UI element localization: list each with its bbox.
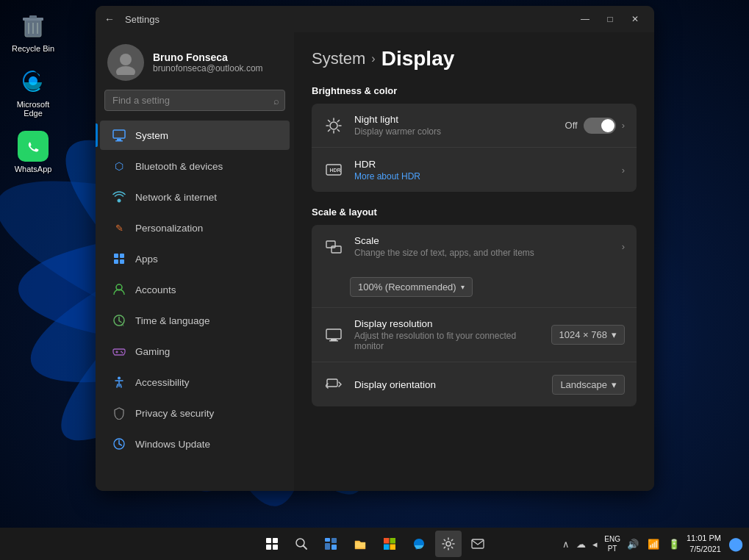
nav-item-gaming[interactable]: Gaming: [100, 337, 290, 366]
svg-rect-58: [332, 538, 337, 543]
whatsapp-label: WhatsApp: [15, 165, 52, 173]
breadcrumb-separator: ›: [371, 52, 375, 65]
edge-label: Microsoft Edge: [10, 100, 56, 118]
search-icon: ⌕: [273, 95, 279, 106]
svg-rect-60: [332, 545, 337, 550]
recycle-bin-icon: [18, 10, 49, 41]
orientation-value: Landscape: [560, 379, 607, 390]
location-icon[interactable]: ◂: [590, 537, 600, 551]
hdr-chevron: ›: [622, 165, 625, 176]
window-title: Settings: [125, 14, 160, 25]
taskbar-mail-button[interactable]: [465, 531, 491, 557]
scale-title: Scale: [354, 235, 612, 246]
svg-rect-50: [327, 379, 337, 387]
taskbar-language[interactable]: ENG PT: [604, 534, 620, 553]
battery-icon[interactable]: 🔋: [666, 537, 682, 551]
desktop-icon-recycle-bin[interactable]: Recycle Bin: [7, 7, 59, 56]
notification-icon[interactable]: ⬤: [728, 536, 743, 552]
taskbar-date-display: 7/5/2021: [687, 544, 721, 555]
accessibility-icon: [112, 375, 126, 390]
night-light-control: Off ›: [565, 118, 625, 134]
edge-icon: [18, 66, 49, 97]
nav-item-accounts[interactable]: Accounts: [100, 275, 290, 304]
svg-rect-12: [29, 15, 37, 18]
svg-rect-18: [113, 130, 125, 138]
nav-label-system: System: [135, 130, 168, 141]
time-icon: A: [112, 313, 126, 328]
resolution-dropdown[interactable]: 1024 × 768 ▾: [551, 325, 625, 345]
nav-item-time[interactable]: A Time & language: [100, 306, 290, 335]
svg-rect-24: [120, 259, 124, 264]
start-button[interactable]: [259, 531, 285, 557]
svg-rect-57: [325, 538, 330, 542]
volume-icon[interactable]: 🔊: [625, 537, 641, 551]
desktop: Recycle Bin Microsoft Edge: [0, 0, 749, 560]
orientation-row[interactable]: Display orientation Landscape ▾: [312, 362, 637, 406]
nav-item-network[interactable]: Network & internet: [100, 182, 290, 212]
scale-dropdown-container: 100% (Recommended) ▾: [323, 271, 473, 297]
svg-point-31: [122, 352, 123, 353]
nav-item-privacy[interactable]: Privacy & security: [100, 398, 290, 428]
nav-item-bluetooth[interactable]: ⬡ Bluetooth & devices: [100, 151, 290, 181]
nav-item-windows-update[interactable]: Windows Update: [100, 429, 290, 459]
orientation-title: Display orientation: [354, 379, 542, 390]
search-input[interactable]: [104, 90, 285, 111]
scale-dropdown[interactable]: 100% (Recommended) ▾: [350, 277, 473, 297]
desktop-icon-edge[interactable]: Microsoft Edge: [7, 63, 59, 121]
minimize-button[interactable]: —: [575, 9, 595, 29]
taskbar-datetime[interactable]: 11:01 PM 7/5/2021: [687, 533, 721, 556]
svg-rect-59: [325, 543, 330, 550]
desktop-icon-whatsapp[interactable]: WhatsApp: [7, 128, 59, 176]
nav-item-system[interactable]: System: [100, 121, 290, 150]
orientation-dropdown[interactable]: Landscape ▾: [552, 375, 625, 395]
svg-text:HDR: HDR: [330, 168, 341, 173]
svg-rect-20: [115, 140, 123, 142]
nav-label-gaming: Gaming: [135, 346, 170, 357]
breadcrumb-system: System: [312, 49, 365, 68]
nav-label-privacy: Privacy & security: [135, 408, 214, 419]
avatar: [107, 44, 144, 81]
maximize-button[interactable]: □: [600, 9, 620, 29]
hdr-row[interactable]: HDR HDR More about HDR ›: [312, 148, 637, 192]
night-light-row[interactable]: Night light Display warmer colors Off ›: [312, 104, 637, 148]
brightness-section-header: Brightness & color: [312, 85, 637, 96]
orientation-control: Landscape ▾: [552, 375, 625, 395]
resolution-row[interactable]: Display resolution Adjust the resolution…: [312, 308, 637, 362]
svg-line-42: [329, 129, 330, 131]
user-email: brunofonseca@outlook.com: [153, 63, 263, 73]
cloud-icon[interactable]: ☁: [574, 537, 588, 551]
nav-item-accessibility[interactable]: Accessibility: [100, 367, 290, 397]
resolution-icon: [323, 325, 344, 345]
taskbar-store-button[interactable]: [376, 531, 403, 557]
resolution-dropdown-arrow: ▾: [612, 329, 617, 340]
taskbar-settings-button[interactable]: [435, 531, 462, 557]
svg-line-39: [329, 120, 330, 121]
nav-item-personalization[interactable]: ✎ Personalization: [100, 213, 290, 243]
hdr-icon: HDR: [323, 159, 344, 180]
back-button[interactable]: ←: [104, 13, 115, 25]
svg-rect-19: [117, 139, 121, 140]
hdr-subtitle[interactable]: More about HDR: [354, 171, 612, 182]
user-profile[interactable]: Bruno Fonseca brunofonseca@outlook.com: [96, 32, 294, 90]
nav-item-apps[interactable]: Apps: [100, 244, 290, 273]
svg-rect-54: [273, 545, 278, 550]
nav-label-accessibility: Accessibility: [135, 377, 190, 388]
desktop-icons: Recycle Bin Microsoft Edge: [7, 7, 59, 176]
hdr-text: HDR More about HDR: [354, 159, 612, 182]
close-button[interactable]: ✕: [625, 9, 645, 29]
night-light-title: Night light: [354, 114, 555, 125]
night-light-toggle[interactable]: [584, 118, 616, 134]
taskbar-search-button[interactable]: [288, 531, 315, 557]
taskbar-edge-button[interactable]: [406, 531, 432, 557]
scale-row-top: Scale Change the size of text, apps, and…: [323, 235, 625, 258]
svg-point-32: [118, 377, 121, 380]
svg-point-17: [116, 66, 135, 75]
taskbar-widgets-button[interactable]: [318, 531, 344, 557]
scale-layout-section: Scale & layout: [312, 207, 637, 406]
scale-row[interactable]: Scale Change the size of text, apps, and…: [312, 225, 637, 308]
svg-rect-49: [329, 340, 338, 342]
nav-label-personalization: Personalization: [135, 223, 203, 234]
chevron-up-icon[interactable]: ∧: [560, 537, 572, 551]
network-taskbar-icon[interactable]: 📶: [645, 537, 662, 551]
taskbar-file-button[interactable]: [347, 531, 373, 557]
